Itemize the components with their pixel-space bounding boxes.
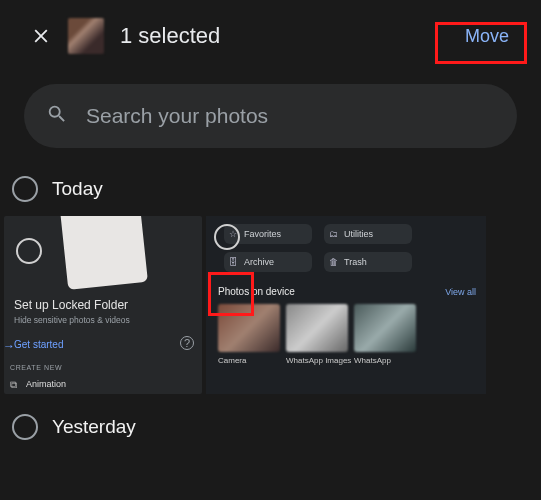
select-radio[interactable] [16,238,42,264]
select-radio[interactable] [214,224,240,250]
trash-icon: 🗑 [329,257,338,267]
device-folder-label: Camera [218,356,246,365]
chip-utilities[interactable]: 🗂Utilities [324,224,412,244]
utilities-icon: 🗂 [329,229,338,239]
selected-thumbnail [68,18,104,54]
highlight-move [435,22,527,64]
select-all-yesterday-radio[interactable] [12,414,38,440]
locked-folder-subtitle: Hide sensitive photos & videos [14,315,130,325]
archive-icon: 🗄 [229,257,238,267]
view-all-link[interactable]: View all [445,287,476,297]
get-started-button[interactable]: Get started [14,339,63,350]
section-yesterday-label: Yesterday [52,416,136,438]
locked-folder-title: Set up Locked Folder [14,298,128,312]
create-new-label: CREATE NEW [10,364,62,371]
today-thumbnails: Set up Locked Folder Hide sensitive phot… [0,212,541,398]
folder-art [60,216,148,290]
animation-icon: ⧉ [10,379,17,391]
device-folder-label: WhatsApp [354,356,391,365]
device-folder-label: WhatsApp Images [286,356,351,365]
device-folder-thumb[interactable] [354,304,416,352]
close-icon[interactable] [30,25,52,47]
thumbnail-locked-folder-card[interactable]: Set up Locked Folder Hide sensitive phot… [4,216,202,394]
chip-trash[interactable]: 🗑Trash [324,252,412,272]
help-icon[interactable]: ? [180,336,194,350]
section-today-label: Today [52,178,103,200]
selected-count-label: 1 selected [120,23,441,49]
device-folder-thumb[interactable] [286,304,348,352]
search-bar[interactable] [24,84,517,148]
chip-archive[interactable]: 🗄Archive [224,252,312,272]
animation-label[interactable]: Animation [26,379,66,389]
section-yesterday-header[interactable]: Yesterday [0,398,541,440]
highlight-favorites [208,272,254,316]
select-all-today-radio[interactable] [12,176,38,202]
search-icon [46,103,68,129]
section-today-header[interactable]: Today [0,158,541,212]
search-input[interactable] [86,104,495,128]
